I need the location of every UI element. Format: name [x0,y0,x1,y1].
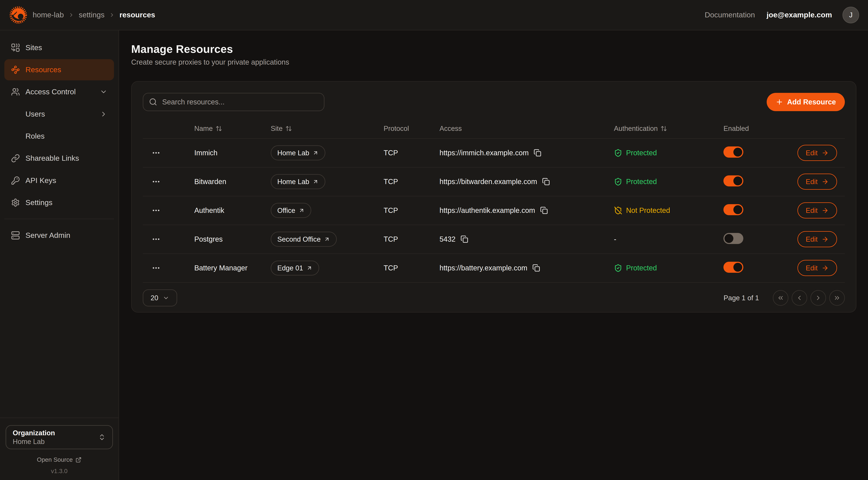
edit-label: Edit [806,149,818,157]
next-page-button[interactable] [810,290,826,306]
page-size-value: 20 [151,294,158,302]
column-enabled: Enabled [723,124,772,132]
site-label: Second Office [277,235,321,243]
last-page-button[interactable] [829,290,845,306]
sidebar-item-label: Access Control [26,88,76,96]
pager-buttons [773,290,845,306]
auth-status: Not Protected [614,206,723,215]
page-size-select[interactable]: 20 [143,290,177,307]
site-label: Edge 01 [277,264,303,272]
sidebar-item-resources[interactable]: Resources [4,59,114,80]
main-content: Manage Resources Create secure proxies t… [119,30,868,480]
page-info: Page 1 of 1 [723,294,759,302]
enabled-toggle[interactable] [723,204,743,215]
resource-name: Battery Manager [194,264,271,272]
sort-icon [660,125,667,132]
organization-label: Organization [13,429,98,437]
row-actions-button[interactable] [150,175,163,188]
table-header: Name Site Protocol Access Authenticati [143,119,845,139]
sidebar-item-settings[interactable]: Settings [4,192,114,213]
sidebar-item-label: Resources [26,65,61,74]
resource-name: Immich [194,149,271,157]
open-source-link[interactable]: Open Source [6,456,113,463]
edit-label: Edit [806,264,818,272]
column-authentication[interactable]: Authentication [614,124,723,132]
ellipsis-icon [152,148,160,157]
sidebar-divider [4,219,114,219]
auth-label: - [614,235,616,243]
ellipsis-icon [152,264,160,272]
enabled-toggle[interactable] [723,146,743,157]
chevron-right-icon [100,110,107,118]
shield-check-icon [614,264,622,272]
copy-button[interactable] [542,178,550,185]
key-icon [11,176,20,185]
sidebar-item-access-control[interactable]: Access Control [4,82,114,102]
edit-button[interactable]: Edit [798,231,837,247]
enabled-toggle[interactable] [723,175,743,186]
user-email[interactable]: joe@example.com [767,11,832,19]
sidebar-item-shareable-links[interactable]: Shareable Links [4,148,114,169]
column-label: Protocol [383,124,409,132]
breadcrumb-settings[interactable]: settings [79,11,104,19]
chevron-down-icon [163,295,169,301]
copy-button[interactable] [534,149,541,157]
column-name[interactable]: Name [194,124,271,132]
site-link[interactable]: Office [271,203,311,218]
column-site[interactable]: Site [271,124,383,132]
sidebar-item-roles[interactable]: Roles [4,126,114,147]
breadcrumb: home-lab settings resources [33,11,155,19]
organization-selector[interactable]: Organization Home Lab [6,425,113,449]
arrow-up-right-icon [299,207,305,214]
pager: Page 1 of 1 [723,290,845,306]
edit-label: Edit [806,207,818,214]
copy-button[interactable] [540,207,548,214]
chevron-right-icon [815,294,822,302]
enabled-toggle[interactable] [723,233,743,244]
add-resource-button[interactable]: Add Resource [767,93,845,111]
row-actions-button[interactable] [150,146,163,159]
first-page-button[interactable] [773,290,788,306]
sidebar-item-sites[interactable]: Sites [4,37,114,58]
edit-button[interactable]: Edit [798,260,837,276]
sidebar-item-server-admin[interactable]: Server Admin [4,225,114,246]
row-actions-button[interactable] [150,204,163,217]
row-actions-button[interactable] [150,233,163,246]
site-link[interactable]: Second Office [271,232,337,247]
site-link[interactable]: Home Lab [271,174,326,189]
resource-name: Postgres [194,235,271,243]
previous-page-button[interactable] [792,290,807,306]
protocol: TCP [383,264,439,272]
edit-button[interactable]: Edit [798,202,837,218]
site-link[interactable]: Home Lab [271,145,326,160]
auth-status: Protected [614,149,723,157]
top-bar: home-lab settings resources Documentatio… [0,0,868,30]
search-input[interactable] [143,93,324,111]
copy-icon [540,207,548,214]
sidebar-item-api-keys[interactable]: API Keys [4,170,114,191]
sidebar-item-users[interactable]: Users [4,103,114,124]
auth-label: Not Protected [626,206,670,214]
enabled-toggle[interactable] [723,262,743,273]
copy-button[interactable] [532,264,540,272]
documentation-link[interactable]: Documentation [705,11,755,19]
pagination: 20 Page 1 of 1 [143,290,845,307]
row-actions-button[interactable] [150,261,163,275]
gear-icon [11,198,20,207]
column-label: Name [194,124,213,132]
page-subtitle: Create secure proxies to your private ap… [131,58,857,66]
avatar[interactable]: J [842,7,859,23]
protocol: TCP [383,235,439,243]
breadcrumb-org[interactable]: home-lab [33,11,64,19]
arrow-up-right-icon [306,265,312,271]
copy-button[interactable] [461,235,468,243]
add-resource-label: Add Resource [787,98,836,106]
site-link[interactable]: Edge 01 [271,261,319,276]
auth-status: Protected [614,178,723,186]
edit-button[interactable]: Edit [798,174,837,190]
site-label: Office [277,207,295,214]
server-icon [11,231,20,240]
edit-button[interactable]: Edit [798,145,837,161]
chevron-right-icon [68,12,74,18]
resource-name: Bitwarden [194,178,271,186]
